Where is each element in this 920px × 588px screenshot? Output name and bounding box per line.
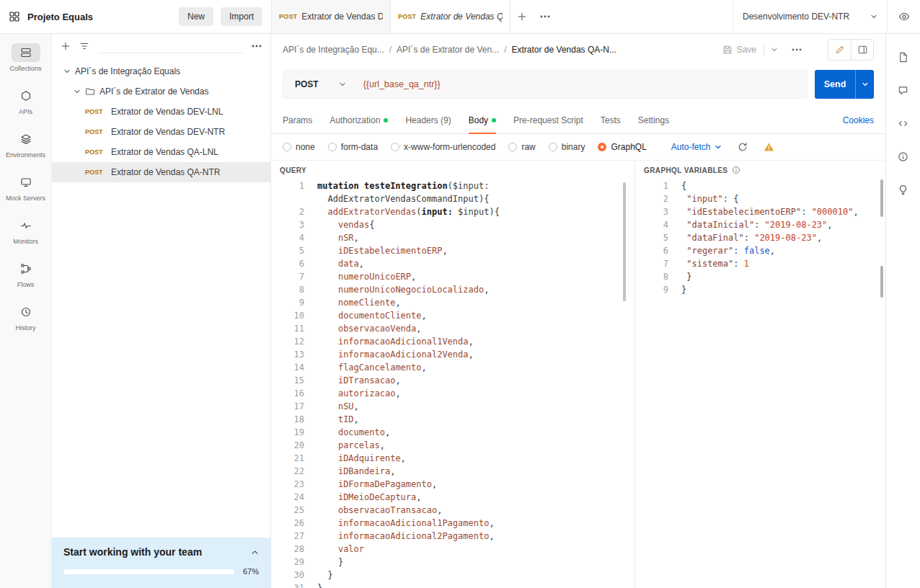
request-actions: Save <box>715 39 874 61</box>
send-options-button[interactable] <box>855 70 874 99</box>
code-line: 9 nomeCliente, <box>271 296 634 309</box>
tab-authorization[interactable]: Authorization <box>329 107 388 133</box>
tab-headers[interactable]: Headers (9) <box>405 107 451 133</box>
breadcrumb-folder[interactable]: API´s de Extrator de Ven... <box>397 45 499 55</box>
sidebar-search-input[interactable] <box>98 39 243 53</box>
refresh-icon <box>738 142 748 152</box>
request-row-dev-ntr[interactable]: POST Extrator de Vendas DEV-NTR <box>52 122 270 142</box>
breadcrumb-collection[interactable]: API´s de Integração Equ... <box>283 45 384 55</box>
apis-icon <box>12 86 40 105</box>
variables-scrollbar-segment[interactable] <box>880 266 883 298</box>
code-line: 5 "dataFinal": "2019-08-23", <box>635 231 885 244</box>
workspace-switcher-icon[interactable] <box>9 11 20 22</box>
code-line: 4 "dataInicial": "2019-08-23", <box>635 218 885 231</box>
eye-icon <box>898 11 910 22</box>
save-button[interactable]: Save <box>715 39 764 61</box>
request-tab-dev-ntr[interactable]: POST Extrator de Vendas DEV <box>271 0 391 33</box>
send-button[interactable]: Send <box>815 70 855 99</box>
tab-label: Authorization <box>329 115 380 125</box>
body-mode-urlencoded[interactable]: x-www-form-urlencoded <box>391 142 495 152</box>
tab-settings[interactable]: Settings <box>638 107 669 133</box>
sidebar-item-environments[interactable]: Environments <box>0 126 51 169</box>
breadcrumb-request[interactable]: Extrator de Vendas QA-N... <box>512 45 616 55</box>
body-mode-graphql[interactable]: GraphQL <box>598 142 646 152</box>
filter-button[interactable] <box>79 41 89 51</box>
request-info-button[interactable] <box>892 145 915 168</box>
new-button[interactable]: New <box>179 7 213 26</box>
code-line: 26 informacaoAdicional1Pagamento, <box>271 517 634 530</box>
folder-row[interactable]: API´s de Extrator de Vendas <box>52 81 270 102</box>
tab-pre-request-script[interactable]: Pre-request Script <box>513 107 583 133</box>
onboarding-progress: 67% <box>63 567 259 576</box>
body-mode-binary[interactable]: binary <box>549 142 585 152</box>
request-row-qa-lnl[interactable]: POST Extrator de Vendas QA-LNL <box>52 142 270 162</box>
top-bar: Projeto Equals New Import POST Extrator … <box>0 0 920 34</box>
variables-scrollbar[interactable] <box>880 179 883 217</box>
code-line: 6 "regerar": false, <box>635 244 885 257</box>
method-selector[interactable]: POST <box>283 79 358 89</box>
variables-editor[interactable]: 1{2 "input": {3 "idEstabelecimentoERP": … <box>635 179 885 588</box>
tab-label: Settings <box>638 115 669 125</box>
query-title: QUERY <box>280 166 306 174</box>
workspace-title[interactable]: Projeto Equals <box>27 12 93 22</box>
autofetch-selector[interactable]: Auto-fetch <box>671 142 722 152</box>
query-scrollbar[interactable] <box>623 182 626 301</box>
add-collection-button[interactable] <box>61 41 71 51</box>
code-line: 18 tID, <box>271 413 634 426</box>
sidebar-item-mock-servers[interactable]: Mock Servers <box>0 169 51 213</box>
refresh-schema-button[interactable] <box>738 142 748 152</box>
cookies-link[interactable]: Cookies <box>843 107 874 133</box>
code-line: 8 } <box>635 270 885 283</box>
environment-selector[interactable]: Desenvolvimento DEV-NTR <box>733 0 887 33</box>
tab-body[interactable]: Body <box>469 107 496 133</box>
import-button[interactable]: Import <box>221 7 262 26</box>
comments-button[interactable] <box>892 79 915 102</box>
more-horizontal-icon <box>252 45 262 48</box>
sidebar-item-apis[interactable]: APIs <box>0 83 51 126</box>
body-mode-none[interactable]: none <box>283 142 315 152</box>
chevron-down-icon <box>870 13 877 20</box>
request-meta-buttons <box>828 39 874 61</box>
sidebar-item-monitors[interactable]: Monitors <box>0 213 51 256</box>
edit-request-button[interactable] <box>828 40 851 60</box>
sidebar-toolbar <box>52 34 270 58</box>
tab-tests[interactable]: Tests <box>601 107 621 133</box>
plus-icon <box>61 41 71 51</box>
request-row-dev-lnl[interactable]: POST Extrator de Vendas DEV-LNL <box>52 102 270 122</box>
body-mode-raw[interactable]: raw <box>508 142 535 152</box>
save-options-button[interactable] <box>764 39 784 61</box>
rail-label: Flows <box>17 281 35 288</box>
pm-tips-button[interactable] <box>892 178 915 201</box>
code-line: 15 iDTransacao, <box>271 374 634 387</box>
sidebar-item-flows[interactable]: Flows <box>0 256 51 299</box>
method-label: POST <box>85 169 107 176</box>
request-row-qa-ntr[interactable]: POST Extrator de Vendas QA-NTR <box>52 162 270 182</box>
sidebar-item-history[interactable]: History <box>0 299 51 342</box>
tab-options-button[interactable] <box>534 0 557 33</box>
rail-label: APIs <box>19 108 32 115</box>
query-editor[interactable]: 1mutation testeIntegration($input: AddEx… <box>271 179 634 588</box>
code-line: 14 flagCancelamento, <box>271 361 634 374</box>
request-name: Extrator de Vendas QA-NTR <box>111 167 220 177</box>
toggle-side-panel-button[interactable] <box>851 40 873 60</box>
progress-track <box>63 569 234 574</box>
sidebar-item-collections[interactable]: Collections <box>0 40 51 83</box>
collapse-banner-button[interactable] <box>251 548 259 556</box>
info-icon[interactable] <box>732 166 740 174</box>
code-line: 7 numeroUnicoERP, <box>271 270 634 283</box>
code-line: 19 documento, <box>271 426 634 439</box>
collection-row[interactable]: API´s de Integração Equals <box>52 61 270 81</box>
new-tab-button[interactable] <box>510 0 534 33</box>
code-snippet-button[interactable] <box>892 112 915 135</box>
chevron-down-icon <box>63 68 71 75</box>
sidebar-more-button[interactable] <box>252 45 262 48</box>
environment-quick-look-button[interactable] <box>887 0 920 33</box>
tab-params[interactable]: Params <box>283 107 312 133</box>
body-mode-form-data[interactable]: form-data <box>328 142 378 152</box>
documentation-button[interactable] <box>892 45 915 68</box>
url-input[interactable] <box>358 79 807 89</box>
more-request-actions-button[interactable] <box>784 48 809 51</box>
request-tab-qa-ntr[interactable]: POST Extrator de Vendas QA- <box>391 0 510 33</box>
document-icon <box>898 52 908 63</box>
code-line: 7 "sistema": 1 <box>635 257 885 270</box>
